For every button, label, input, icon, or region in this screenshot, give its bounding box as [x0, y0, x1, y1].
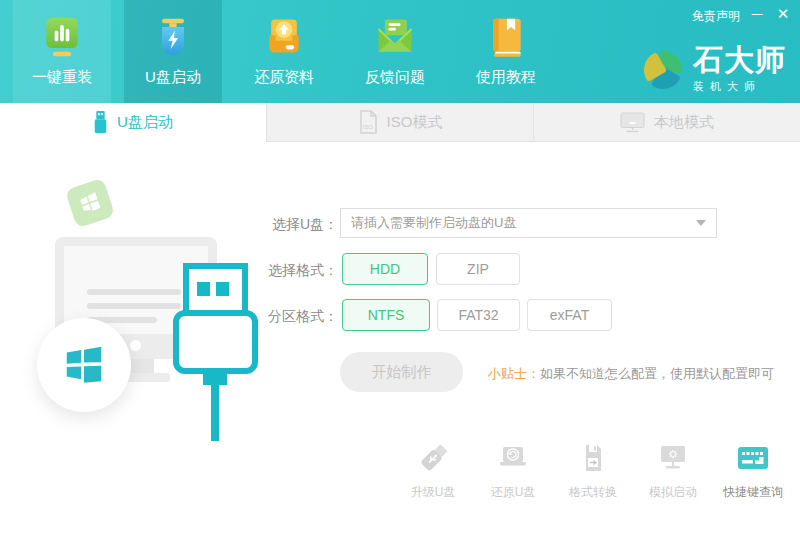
monitor-camera-dot [130, 340, 141, 351]
partition-option-ntfs[interactable]: NTFS [342, 299, 430, 331]
usb-select-label: 选择U盘： [238, 216, 338, 234]
usb-stick-icon [93, 111, 108, 134]
iso-file-icon: ISO [358, 110, 378, 134]
monitor-stand-neck [128, 359, 154, 374]
nav-tab-label: 还原资料 [254, 68, 314, 87]
usb-plug-illustration [160, 258, 270, 443]
footer-toolbar: 升级U盘 还原U盘 格式转换 [393, 440, 793, 501]
tool-label: 快捷键查询 [723, 484, 783, 501]
simulate-boot-icon [655, 440, 691, 476]
mode-tab-iso[interactable]: ISO ISO模式 [266, 103, 533, 142]
windows-green-tile [65, 178, 115, 228]
reinstall-icon [40, 15, 84, 59]
brand-subtitle: 装机大师 [693, 79, 786, 94]
main-nav: 一键重装 U盘启动 [13, 0, 555, 103]
windows-flag-icon [61, 342, 107, 388]
tool-restore-usb[interactable]: 还原U盘 [473, 440, 553, 501]
svg-text:ISO: ISO [362, 124, 373, 130]
mode-tab-usb-boot[interactable]: U盘启动 [0, 103, 266, 142]
format-convert-icon [575, 440, 611, 476]
mode-tab-local[interactable]: 本地模式 [533, 103, 800, 142]
upgrade-usb-icon [415, 440, 451, 476]
brand-name: 石大师 [693, 45, 786, 75]
partition-option-fat32[interactable]: FAT32 [437, 299, 520, 331]
nav-tab-usb-boot[interactable]: U盘启动 [124, 0, 222, 103]
format-option-hdd[interactable]: HDD [342, 253, 428, 285]
usb-boot-icon [151, 15, 195, 59]
header-bar: 一键重装 U盘启动 [0, 0, 800, 103]
restore-data-icon [262, 15, 306, 59]
tool-simulate-boot[interactable]: 模拟启动 [633, 440, 713, 501]
nav-tab-reinstall[interactable]: 一键重装 [13, 0, 111, 103]
mode-tab-label: U盘启动 [117, 113, 173, 132]
nav-tab-tutorial[interactable]: 使用教程 [457, 0, 555, 103]
restore-usb-icon [495, 440, 531, 476]
tool-label: 模拟启动 [649, 484, 697, 501]
nav-tab-label: 使用教程 [476, 68, 536, 87]
partition-option-exfat[interactable]: exFAT [527, 299, 612, 331]
tip-body: 如果不知道怎么配置，使用默认配置即可 [540, 366, 774, 381]
tool-label: 格式转换 [569, 484, 617, 501]
mode-tab-label: ISO模式 [387, 113, 443, 132]
nav-tab-label: 一键重装 [32, 68, 92, 87]
brand-text: 石大师 装机大师 [693, 45, 786, 94]
local-monitor-icon [620, 112, 645, 133]
feedback-icon [373, 15, 417, 59]
tool-format-convert[interactable]: 格式转换 [553, 440, 633, 501]
tip-text: 小贴士：如果不知道怎么配置，使用默认配置即可 [488, 365, 774, 383]
chevron-down-icon [696, 220, 706, 226]
brand-logo: 石大师 装机大师 [641, 45, 786, 94]
disclaimer-link[interactable]: 免责声明 [692, 8, 740, 25]
nav-tab-label: 反馈问题 [365, 68, 425, 87]
usb-select-dropdown[interactable]: 请插入需要制作启动盘的U盘 [340, 208, 717, 238]
tool-label: 还原U盘 [491, 484, 536, 501]
partition-label: 分区格式： [238, 308, 338, 326]
format-option-zip[interactable]: ZIP [436, 253, 520, 285]
nav-tab-feedback[interactable]: 反馈问题 [346, 0, 444, 103]
usb-select-placeholder: 请插入需要制作启动盘的U盘 [351, 214, 696, 232]
windows-logo-icon [76, 189, 104, 217]
close-button[interactable]: ✕ [772, 2, 794, 26]
tip-prefix: 小贴士： [488, 366, 540, 381]
tutorial-icon [484, 15, 528, 59]
format-label: 选择格式： [238, 262, 338, 280]
nav-tab-restore-data[interactable]: 还原资料 [235, 0, 333, 103]
tool-upgrade-usb[interactable]: 升级U盘 [393, 440, 473, 501]
windows-circle-badge [37, 318, 131, 412]
minimize-button[interactable]: ─ [746, 2, 768, 26]
nav-tab-label: U盘启动 [145, 68, 201, 87]
mode-tabbar: U盘启动 ISO ISO模式 本地模式 [0, 103, 800, 142]
tool-hotkey-lookup[interactable]: 快捷键查询 [713, 440, 793, 501]
mode-tab-label: 本地模式 [654, 113, 714, 132]
hotkey-keyboard-icon [735, 440, 771, 476]
tool-label: 升级U盘 [411, 484, 456, 501]
brand-swirl-icon [641, 46, 685, 94]
start-create-button[interactable]: 开始制作 [340, 352, 463, 392]
app-window: 一键重装 U盘启动 [0, 0, 800, 533]
